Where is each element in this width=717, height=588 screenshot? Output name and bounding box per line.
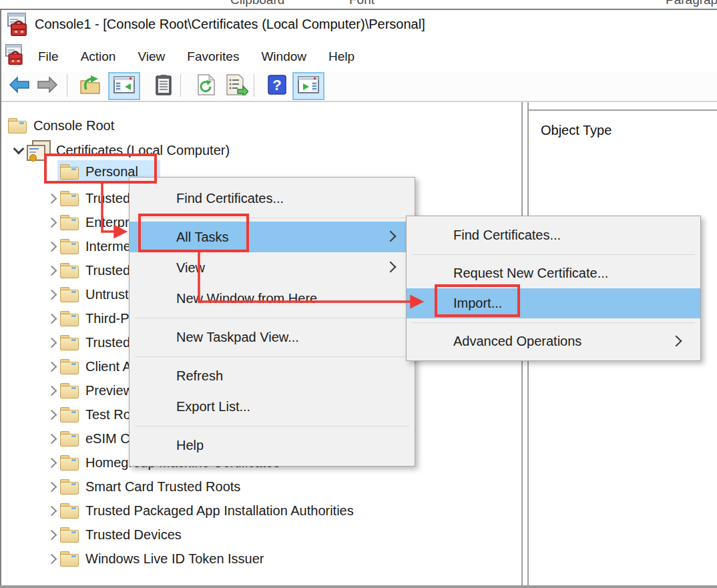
folder-icon	[60, 551, 79, 567]
chevron-right-icon[interactable]	[44, 527, 60, 543]
folder-icon	[60, 527, 79, 543]
tree-item-label: Console Root	[33, 118, 114, 133]
certificates-snapin-icon	[27, 140, 49, 160]
menu-item-import[interactable]: Import...	[407, 288, 700, 318]
menu-separator	[412, 254, 695, 255]
chevron-right-icon[interactable]	[44, 238, 60, 254]
chevron-right-icon[interactable]	[44, 334, 60, 350]
ribbon-label-paragraph: Paragraph	[666, 0, 717, 7]
folder-icon	[60, 358, 79, 374]
chevron-right-icon[interactable]	[44, 503, 60, 519]
menu-item-advanced-operations[interactable]: Advanced Operations	[407, 326, 700, 356]
chevron-right-icon[interactable]	[44, 262, 60, 278]
menu-item-label: Advanced Operations	[453, 334, 581, 349]
chevron-right-icon	[385, 262, 397, 273]
folder-icon	[60, 310, 79, 326]
chevron-right-icon[interactable]	[44, 310, 60, 326]
folder-icon	[60, 382, 79, 398]
menu-item-label: Request New Certificate...	[453, 266, 608, 281]
chevron-right-icon	[385, 231, 397, 242]
folder-icon	[60, 190, 79, 206]
menu-item-label: Find Certificates...	[453, 228, 561, 243]
chevron-down-icon[interactable]	[11, 142, 27, 158]
chevron-right-icon[interactable]	[44, 455, 60, 471]
result-pane-border	[527, 109, 717, 111]
chevron-right-icon	[671, 335, 682, 346]
menu-separator	[135, 356, 409, 357]
menu-separator	[135, 318, 409, 318]
menu-item-label: Help	[176, 438, 204, 453]
menu-separator	[412, 322, 695, 323]
tree-item-label: Certificates (Local Computer)	[56, 143, 230, 158]
menu-item-label: Import...	[453, 296, 502, 311]
menu-separator	[135, 218, 409, 218]
menu-item-view[interactable]: View	[130, 252, 415, 283]
tree-item-label: Trusted Packaged App Installation Author…	[85, 503, 354, 519]
menu-item-label: New Window from Here	[176, 291, 317, 306]
folder-icon	[60, 503, 79, 519]
menu-item-help[interactable]: Help	[130, 430, 415, 461]
chevron-right-icon[interactable]	[44, 382, 60, 398]
context-menu: Find Certificates...All TasksViewNew Win…	[129, 177, 415, 467]
tree-item-label: Smart Card Trusted Roots	[85, 479, 240, 495]
menu-item-refresh[interactable]: Refresh	[130, 360, 415, 391]
chevron-right-icon[interactable]	[44, 214, 60, 230]
menu-item-new-taskpad-view[interactable]: New Taskpad View...	[130, 322, 415, 352]
folder-icon	[60, 164, 79, 180]
mmc-console-window: Clipboard Font Paragraph Console1 - [Con…	[0, 0, 717, 588]
menu-item-label: Refresh	[176, 368, 223, 384]
menu-item-label: All Tasks	[176, 230, 229, 245]
tree-item-console-root[interactable]: Console Root	[1, 113, 527, 137]
menu-item-find-certificates[interactable]: Find Certificates...	[130, 183, 415, 214]
folder-icon	[60, 334, 79, 350]
folder-icon	[60, 455, 79, 471]
menu-item-export-list[interactable]: Export List...	[130, 391, 415, 422]
folder-icon	[60, 406, 79, 422]
folder-icon	[60, 262, 79, 278]
menu-separator	[135, 426, 409, 426]
chevron-right-icon[interactable]	[44, 286, 60, 302]
folder-icon	[60, 286, 79, 302]
chevron-spacer	[44, 164, 60, 180]
tree-item-trusted-packaged-app-installation-authorities[interactable]: Trusted Packaged App Installation Author…	[1, 499, 563, 523]
tree-item-label: Trusted Devices	[85, 527, 182, 543]
tree-item-certificates-local-computer[interactable]: Certificates (Local Computer)	[1, 138, 530, 162]
menu-item-new-window-from-here[interactable]: New Window from Here	[130, 283, 415, 314]
folder-icon	[60, 238, 79, 254]
chevron-right-icon[interactable]	[44, 190, 60, 206]
tree-item-smart-card-trusted-roots[interactable]: Smart Card Trusted Roots	[1, 475, 563, 499]
folder-icon	[60, 430, 79, 447]
menu-item-request-new-certificate[interactable]: Request New Certificate...	[407, 258, 700, 288]
menu-item-find-certificates[interactable]: Find Certificates...	[407, 220, 700, 250]
chevron-right-icon[interactable]	[44, 479, 60, 495]
tree-item-trusted-devices[interactable]: Trusted Devices	[1, 523, 563, 547]
folder-icon	[60, 214, 79, 230]
folder-icon	[60, 479, 79, 495]
menu-item-label: New Taskpad View...	[176, 330, 299, 345]
menu-item-label: View	[176, 260, 205, 276]
tree-item-label: Windows Live ID Token Issuer	[85, 551, 264, 567]
chevron-right-icon[interactable]	[44, 551, 60, 567]
chevron-right-icon[interactable]	[44, 358, 60, 374]
result-pane-header: Object Type	[541, 123, 612, 138]
folder-icon	[8, 117, 27, 133]
chevron-right-icon[interactable]	[44, 430, 60, 447]
menu-item-label: Export List...	[176, 399, 250, 414]
menu-item-all-tasks[interactable]: All Tasks	[130, 222, 415, 252]
menu-item-label: Find Certificates...	[176, 191, 284, 206]
tree-item-windows-live-id-token-issuer[interactable]: Windows Live ID Token Issuer	[1, 547, 563, 571]
all-tasks-submenu: Find Certificates...Request New Certific…	[406, 216, 701, 361]
chevron-right-icon[interactable]	[44, 406, 60, 422]
